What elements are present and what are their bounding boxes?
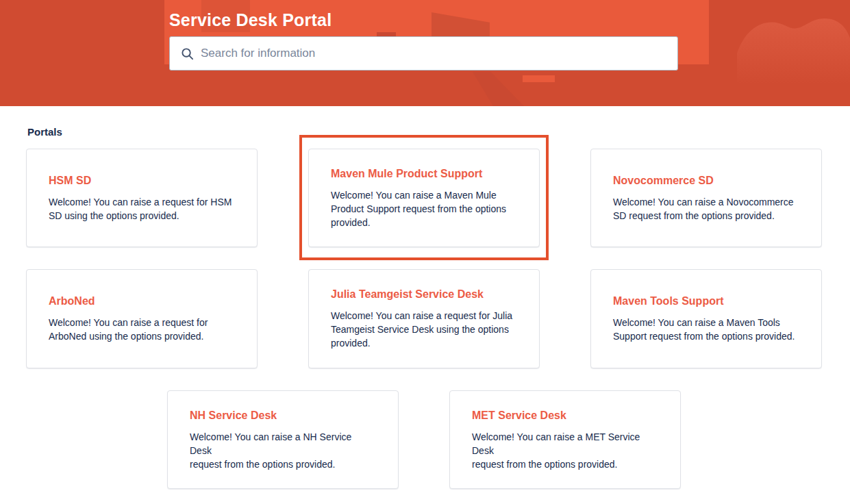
service-desk-portal-page: Service Desk Portal Portals HSM SD Welco… (0, 0, 850, 504)
portals-heading: Portals (27, 126, 62, 138)
portal-card-title[interactable]: HSM SD (49, 174, 235, 188)
portal-card-maven-mule-product-support[interactable]: Maven Mule Product Support Welcome! You … (308, 149, 540, 247)
search-input[interactable] (201, 47, 666, 60)
portal-card-maven-tools-support[interactable]: Maven Tools Support Welcome! You can rai… (590, 269, 822, 368)
banner-shape-light-strip (523, 75, 555, 82)
banner-shape-wedge (473, 72, 524, 106)
portal-card-description: Welcome! You can raise a request for Jul… (331, 309, 517, 350)
portal-card-hsm-sd[interactable]: HSM SD Welcome! You can raise a request … (26, 149, 258, 247)
search-icon (181, 47, 194, 60)
portal-card-met-service-desk[interactable]: MET Service Desk Welcome! You can raise … (449, 390, 681, 489)
portal-card-description: Welcome! You can raise a NH Service Desk… (190, 430, 376, 471)
portal-card-title[interactable]: ArboNed (49, 294, 235, 308)
page-title: Service Desk Portal (169, 10, 332, 30)
search-box[interactable] (169, 36, 678, 71)
portal-card-novocommerce-sd[interactable]: Novocommerce SD Welcome! You can raise a… (590, 149, 822, 247)
portal-card-description: Welcome! You can raise a request for Arb… (49, 316, 235, 343)
portal-card-title[interactable]: Julia Teamgeist Service Desk (331, 288, 517, 301)
portal-card-title[interactable]: Maven Tools Support (613, 294, 799, 308)
portal-card-description: Welcome! You can raise a request for HSM… (49, 195, 235, 223)
portal-card-arboned[interactable]: ArboNed Welcome! You can raise a request… (26, 269, 258, 368)
portal-card-description: Welcome! You can raise a Maven Mule Prod… (331, 188, 517, 229)
portal-card-description: Welcome! You can raise a Maven Tools Sup… (613, 316, 799, 343)
portal-card-description: Welcome! You can raise a Novocommerce SD… (613, 195, 799, 223)
banner: Service Desk Portal (0, 0, 850, 106)
portal-card-title[interactable]: Maven Mule Product Support (331, 167, 517, 181)
portal-card-description: Welcome! You can raise a MET Service Des… (472, 430, 658, 471)
portal-card-nh-service-desk[interactable]: NH Service Desk Welcome! You can raise a… (167, 390, 399, 489)
portal-card-julia-teamgeist-service-desk[interactable]: Julia Teamgeist Service Desk Welcome! Yo… (308, 269, 540, 368)
portal-card-title[interactable]: NH Service Desk (190, 409, 376, 423)
portal-card-title[interactable]: Novocommerce SD (613, 174, 799, 188)
portal-card-title[interactable]: MET Service Desk (472, 409, 658, 423)
banner-shape-hills (737, 0, 850, 106)
